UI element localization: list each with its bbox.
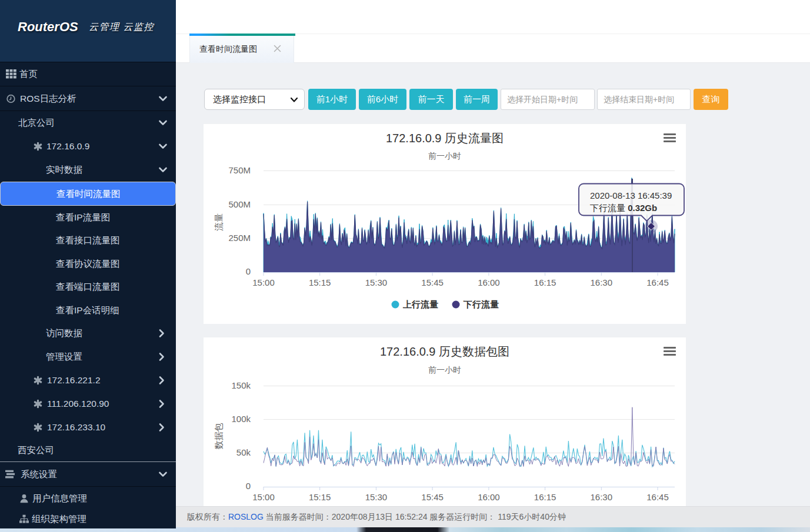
svg-text:下行流量 0.32Gb: 下行流量 0.32Gb: [590, 203, 657, 213]
svg-text:16:30: 16:30: [591, 492, 613, 502]
svg-text:下行流量: 下行流量: [463, 299, 499, 309]
svg-text:172.16.0.9 历史数据包图: 172.16.0.9 历史数据包图: [380, 345, 509, 358]
svg-text:250M: 250M: [228, 233, 251, 243]
svg-text:15:45: 15:45: [421, 492, 444, 502]
svg-text:50k: 50k: [236, 447, 251, 457]
svg-text:2020-08-13 16:45:39: 2020-08-13 16:45:39: [590, 190, 672, 200]
svg-text:前一小时: 前一小时: [428, 151, 461, 160]
svg-text:15:15: 15:15: [309, 277, 331, 287]
svg-text:前一小时: 前一小时: [428, 365, 461, 374]
svg-text:16:45: 16:45: [646, 277, 669, 287]
svg-text:15:00: 15:00: [252, 277, 275, 287]
svg-text:流量: 流量: [214, 213, 224, 231]
svg-text:0: 0: [246, 266, 251, 276]
svg-text:16:45: 16:45: [646, 492, 669, 502]
svg-text:16:15: 16:15: [534, 277, 556, 287]
svg-text:500M: 500M: [228, 199, 251, 209]
svg-text:16:00: 16:00: [478, 492, 500, 502]
svg-text:15:30: 15:30: [365, 277, 388, 287]
svg-text:100k: 100k: [231, 414, 251, 424]
svg-text:15:30: 15:30: [365, 492, 388, 502]
svg-text:750M: 750M: [228, 165, 251, 175]
svg-text:0: 0: [246, 481, 251, 491]
svg-text:16:00: 16:00: [478, 277, 500, 287]
svg-text:数据包: 数据包: [214, 423, 224, 450]
svg-text:15:15: 15:15: [309, 492, 331, 502]
svg-text:16:15: 16:15: [534, 492, 556, 502]
svg-text:150k: 150k: [231, 380, 251, 390]
svg-text:15:00: 15:00: [252, 492, 275, 502]
svg-text:16:30: 16:30: [591, 277, 613, 287]
svg-text:15:45: 15:45: [421, 277, 444, 287]
svg-text:172.16.0.9 历史流量图: 172.16.0.9 历史流量图: [386, 132, 504, 145]
svg-text:上行流量: 上行流量: [402, 299, 438, 309]
